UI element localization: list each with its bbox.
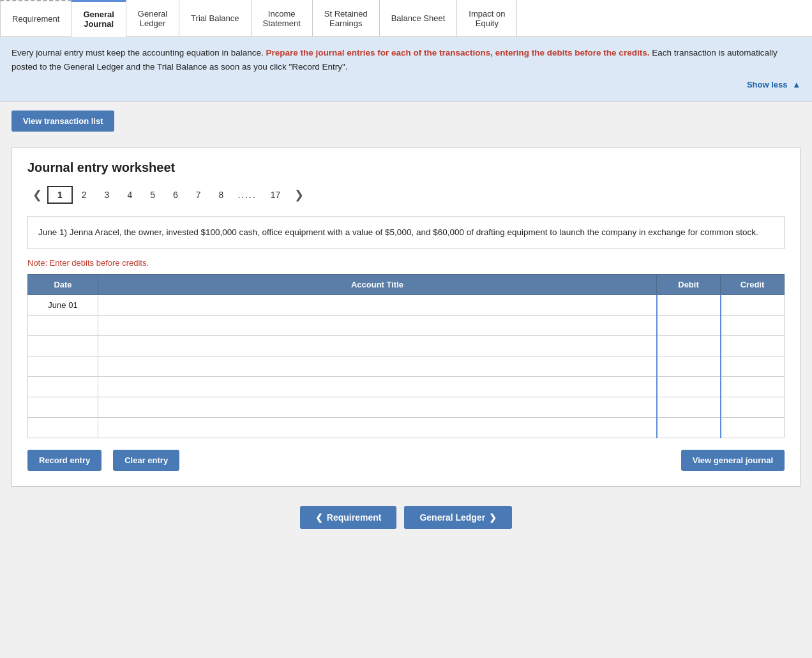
pagination-page-6[interactable]: 6 [164, 187, 187, 203]
date-cell-1: June 01 [28, 295, 98, 315]
credit-cell-2[interactable] [721, 315, 785, 335]
view-transaction-list-button[interactable]: View transaction list [11, 111, 114, 132]
debit-cell-7[interactable] [657, 417, 721, 438]
date-cell-6 [28, 397, 98, 417]
account-input-4[interactable] [103, 360, 651, 372]
date-cell-5 [28, 376, 98, 397]
table-row [28, 356, 785, 376]
tab-impact-on-equity[interactable]: Impact onEquity [457, 0, 517, 36]
debit-input-5[interactable] [663, 381, 715, 393]
pagination-next[interactable]: ❯ [289, 185, 309, 204]
credit-input-4[interactable] [726, 360, 779, 372]
credit-input-3[interactable] [726, 340, 779, 352]
col-header-credit: Credit [721, 274, 785, 295]
debit-input-7[interactable] [663, 422, 715, 434]
debit-cell-2[interactable] [657, 315, 721, 335]
debit-cell-1[interactable] [657, 295, 721, 315]
account-cell-1[interactable] [98, 295, 657, 315]
account-input-2[interactable] [103, 319, 651, 332]
chevron-right-icon: ❯ [489, 512, 497, 523]
credit-input-2[interactable] [726, 319, 779, 332]
tab-trial-balance[interactable]: Trial Balance [179, 0, 251, 36]
table-row [28, 397, 785, 417]
action-bar: View transaction list [0, 102, 812, 141]
debits-note: Note: Enter debits before credits. [27, 258, 785, 268]
info-text-bold: Prepare the journal entries for each of … [266, 48, 650, 57]
worksheet-title: Journal entry worksheet [27, 160, 785, 175]
chevron-left-icon: ❮ [315, 512, 323, 523]
account-input-5[interactable] [103, 381, 651, 393]
account-input-3[interactable] [103, 340, 651, 352]
debit-cell-6[interactable] [657, 397, 721, 417]
tab-requirement[interactable]: Requirement [0, 0, 71, 36]
record-entry-button[interactable]: Record entry [27, 450, 102, 471]
credit-cell-5[interactable] [721, 376, 785, 397]
debit-cell-3[interactable] [657, 335, 721, 356]
debit-input-6[interactable] [663, 401, 715, 413]
pagination-prev[interactable]: ❮ [27, 185, 47, 204]
tab-income-statement[interactable]: IncomeStatement [252, 0, 313, 36]
date-cell-2 [28, 315, 98, 335]
pagination-page-5[interactable]: 5 [141, 187, 164, 203]
tab-st-retained-earnings[interactable]: St RetainedEarnings [313, 0, 380, 36]
debit-input-2[interactable] [663, 319, 715, 332]
pagination-dots: ..... [232, 187, 261, 203]
account-cell-3[interactable] [98, 335, 657, 356]
pagination-page-17[interactable]: 17 [262, 187, 290, 203]
info-box: Every journal entry must keep the accoun… [0, 37, 812, 102]
debit-cell-5[interactable] [657, 376, 721, 397]
info-text-plain: Every journal entry must keep the accoun… [11, 48, 266, 57]
account-cell-7[interactable] [98, 417, 657, 438]
debit-input-3[interactable] [663, 340, 715, 352]
pagination-page-1[interactable]: 1 [47, 186, 73, 204]
tab-general-ledger[interactable]: GeneralLedger [126, 0, 179, 36]
credit-cell-7[interactable] [721, 417, 785, 438]
account-input-1[interactable] [103, 299, 651, 311]
debit-input-4[interactable] [663, 360, 715, 372]
tab-balance-sheet[interactable]: Balance Sheet [380, 0, 458, 36]
worksheet-container: Journal entry worksheet ❮ 1 2 3 4 5 6 7 … [11, 147, 801, 487]
view-general-journal-button[interactable]: View general journal [681, 450, 785, 471]
nav-prev-button[interactable]: ❮ Requirement [300, 506, 397, 529]
col-header-debit: Debit [657, 274, 721, 295]
tab-bar: Requirement GeneralJournal GeneralLedger… [0, 0, 812, 37]
col-header-account: Account Title [98, 274, 657, 295]
table-row [28, 335, 785, 356]
nav-footer: ❮ Requirement General Ledger ❯ [0, 493, 812, 542]
credit-cell-1[interactable] [721, 295, 785, 315]
debit-input-1[interactable] [663, 299, 715, 311]
account-input-6[interactable] [103, 401, 651, 413]
credit-cell-3[interactable] [721, 335, 785, 356]
account-input-7[interactable] [103, 422, 651, 434]
date-cell-7 [28, 417, 98, 438]
table-row [28, 417, 785, 438]
nav-next-button[interactable]: General Ledger ❯ [404, 506, 512, 529]
pagination: ❮ 1 2 3 4 5 6 7 8 ..... 17 ❯ [27, 185, 785, 204]
account-cell-4[interactable] [98, 356, 657, 376]
debit-cell-4[interactable] [657, 356, 721, 376]
show-less-button[interactable]: Show less ▲ [11, 79, 801, 92]
table-row [28, 376, 785, 397]
credit-input-6[interactable] [726, 401, 779, 413]
credit-input-1[interactable] [726, 299, 779, 311]
table-row: June 01 [28, 295, 785, 315]
pagination-page-3[interactable]: 3 [96, 187, 119, 203]
account-cell-5[interactable] [98, 376, 657, 397]
transaction-description: June 1) Jenna Aracel, the owner, investe… [27, 216, 785, 249]
credit-input-5[interactable] [726, 381, 779, 393]
chevron-up-icon: ▲ [790, 80, 801, 89]
account-cell-6[interactable] [98, 397, 657, 417]
pagination-page-7[interactable]: 7 [187, 187, 210, 203]
credit-cell-4[interactable] [721, 356, 785, 376]
pagination-page-8[interactable]: 8 [210, 187, 233, 203]
tab-general-journal[interactable]: GeneralJournal [71, 0, 126, 36]
pagination-page-4[interactable]: 4 [118, 187, 141, 203]
credit-input-7[interactable] [726, 422, 779, 434]
clear-entry-button[interactable]: Clear entry [113, 450, 179, 471]
col-header-date: Date [28, 274, 98, 295]
credit-cell-6[interactable] [721, 397, 785, 417]
journal-entry-table: Date Account Title Debit Credit June 01 [27, 274, 785, 438]
date-cell-3 [28, 335, 98, 356]
pagination-page-2[interactable]: 2 [73, 187, 96, 203]
account-cell-2[interactable] [98, 315, 657, 335]
